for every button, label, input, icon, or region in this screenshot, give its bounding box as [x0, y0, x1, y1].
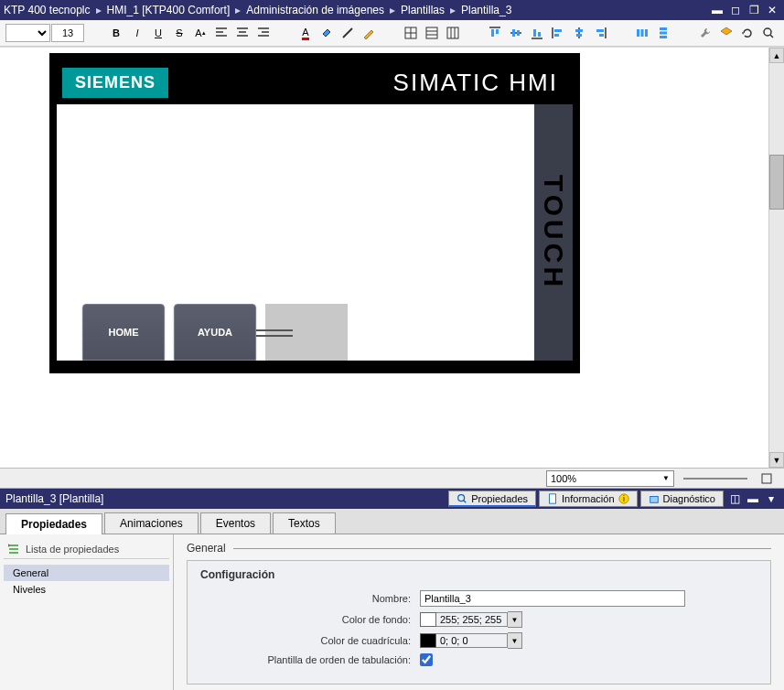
properties-panel: Lista de propiedades General Niveles Gen… [0, 534, 784, 690]
window-maximize-icon[interactable]: ❐ [746, 3, 762, 17]
maintab-texts[interactable]: Textos [273, 512, 336, 534]
scroll-thumb[interactable] [769, 155, 784, 210]
config-box: Configuración Nombre: Color de fondo: 25… [187, 560, 771, 685]
align-right-button[interactable] [253, 23, 274, 43]
design-canvas[interactable]: SIEMENS SIMATIC HMI HOME AYUDA TOUCH ▲ ▼ [0, 47, 784, 468]
property-list-sidebar: Lista de propiedades General Niveles [0, 534, 174, 690]
grid-button-3[interactable] [443, 23, 463, 43]
zoom-select[interactable]: 100%▼ [546, 470, 674, 487]
svg-rect-18 [660, 27, 667, 30]
breadcrumb-item[interactable]: HMI_1 [KTP400 Comfort] [107, 4, 231, 16]
grid-button-2[interactable] [422, 23, 442, 43]
tab-information[interactable]: Información i [539, 491, 637, 507]
panel-layout-icon[interactable]: ◫ [727, 492, 742, 505]
hmi-home-button[interactable]: HOME [82, 304, 165, 361]
config-area: General Configuración Nombre: Color de f… [174, 534, 784, 690]
breadcrumb-item[interactable]: Plantillas [401, 4, 445, 16]
siemens-logo: SIEMENS [62, 68, 168, 98]
font-color-button[interactable]: A [295, 23, 316, 43]
gridcolor-swatch [420, 633, 436, 648]
svg-rect-4 [496, 29, 499, 34]
distribute-h-button[interactable] [632, 23, 652, 43]
align-left2-button[interactable] [548, 23, 568, 43]
vertical-scrollbar[interactable]: ▲ ▼ [768, 48, 784, 468]
svg-rect-10 [554, 34, 559, 37]
bold-button[interactable]: B [106, 23, 126, 43]
touch-label: TOUCH [538, 175, 569, 290]
breadcrumb-item[interactable]: Plantilla_3 [461, 4, 511, 16]
wrench-button[interactable] [695, 23, 715, 43]
rotate-button[interactable] [737, 23, 757, 43]
breadcrumb-item[interactable]: Administración de imágenes [246, 4, 384, 16]
svg-rect-19 [660, 32, 667, 35]
bgcolor-value[interactable]: 255; 255; 255 [436, 612, 508, 627]
distribute-v-button[interactable] [653, 23, 673, 43]
svg-rect-17 [645, 29, 648, 37]
window-minimize-icon[interactable]: ▬ [709, 3, 725, 17]
svg-rect-11 [575, 29, 583, 32]
name-label: Nombre: [200, 593, 420, 604]
bgcolor-dropdown-button[interactable]: ▼ [508, 611, 522, 628]
svg-point-21 [764, 28, 771, 36]
font-family-select[interactable] [5, 24, 50, 42]
window-close-icon[interactable]: ✕ [764, 3, 780, 17]
svg-rect-9 [554, 29, 562, 32]
sidebar-item-general[interactable]: General [4, 565, 169, 581]
line-color-button[interactable] [338, 23, 358, 43]
panel-expand-icon[interactable]: ▾ [764, 492, 779, 505]
taborder-checkbox[interactable] [420, 653, 433, 666]
zoom-bar: 100%▼ [0, 468, 784, 488]
breadcrumb: KTP 400 tecnoplc▸ HMI_1 [KTP400 Comfort]… [4, 4, 709, 16]
align-top-button[interactable] [485, 23, 505, 43]
gridcolor-value[interactable]: 0; 0; 0 [436, 633, 508, 648]
align-right2-button[interactable] [590, 23, 610, 43]
tab-diagnostics[interactable]: Diagnóstico [640, 491, 724, 507]
maintab-events[interactable]: Eventos [200, 512, 271, 534]
hmi-help-button[interactable]: AYUDA [174, 304, 256, 361]
hmi-button-placeholder[interactable] [265, 304, 348, 361]
zoom-fit-button[interactable] [757, 469, 777, 489]
zoom-slider[interactable] [683, 478, 747, 480]
gridcolor-dropdown-button[interactable]: ▼ [508, 632, 522, 649]
config-section-title: Configuración [200, 568, 757, 581]
fill-color-button[interactable] [317, 23, 337, 43]
tab-properties[interactable]: Propiedades [448, 491, 536, 507]
svg-rect-12 [576, 34, 582, 37]
layers-button[interactable] [716, 23, 736, 43]
property-list-header: Lista de propiedades [4, 540, 169, 559]
breadcrumb-item[interactable]: KTP 400 tecnoplc [4, 4, 91, 16]
editor-area: B I U S A▴ A SIEMENS [0, 20, 784, 489]
svg-rect-1 [426, 27, 437, 38]
info-icon [547, 493, 558, 504]
svg-text:i: i [623, 494, 625, 503]
hmi-screen-area[interactable]: HOME AYUDA [57, 104, 534, 361]
align-vcenter-button[interactable] [506, 23, 526, 43]
strikethrough-button[interactable]: S [169, 23, 189, 43]
align-bottom-button[interactable] [527, 23, 547, 43]
grid-button-1[interactable] [401, 23, 421, 43]
zoom-button[interactable] [758, 23, 779, 43]
superscript-button[interactable]: A▴ [190, 23, 210, 43]
svg-rect-16 [641, 29, 644, 37]
scroll-up-icon[interactable]: ▲ [769, 48, 784, 63]
pencil-button[interactable] [359, 23, 379, 43]
scroll-down-icon[interactable]: ▼ [769, 452, 784, 468]
maintab-properties[interactable]: Propiedades [5, 513, 102, 534]
align-hcenter-button[interactable] [569, 23, 589, 43]
info-badge-icon: i [618, 493, 629, 504]
panel-minimize-icon[interactable]: ▬ [746, 492, 760, 505]
taborder-label: Plantilla de orden de tabulación: [200, 654, 420, 665]
name-input[interactable] [420, 590, 685, 607]
svg-rect-15 [637, 29, 639, 37]
font-size-input[interactable] [51, 24, 84, 42]
window-restore-icon[interactable]: ◻ [727, 3, 744, 17]
sidebar-item-levels[interactable]: Niveles [4, 581, 169, 598]
svg-rect-8 [538, 32, 541, 37]
gridcolor-label: Color de cuadrícula: [200, 635, 420, 646]
align-center-button[interactable] [232, 23, 252, 43]
maintab-animations[interactable]: Animaciones [104, 512, 199, 534]
align-left-button[interactable] [211, 23, 231, 43]
underline-button[interactable]: U [148, 23, 168, 43]
svg-rect-5 [512, 29, 515, 37]
italic-button[interactable]: I [127, 23, 147, 43]
